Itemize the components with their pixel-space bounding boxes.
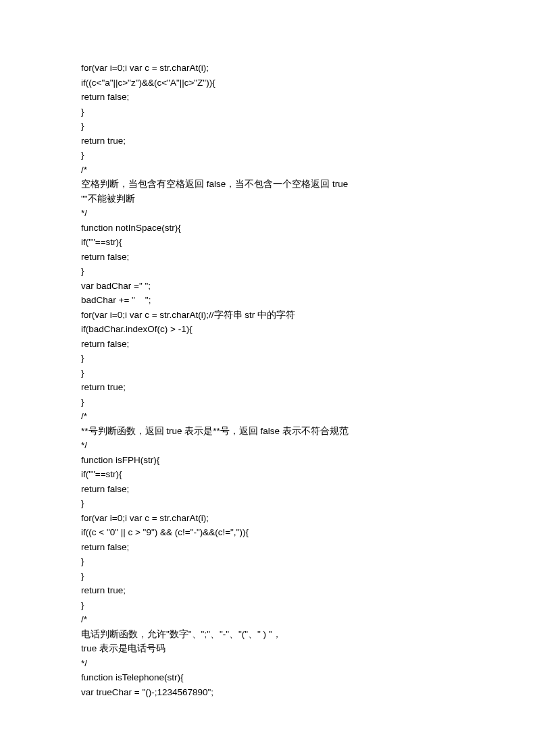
code-line: for(var i=0;i var c = str.charAt(i); — [81, 511, 454, 526]
code-line: } — [81, 351, 454, 366]
code-line: return true; — [81, 134, 454, 148]
code-line: } — [81, 148, 454, 163]
code-line: for(var i=0;i var c = str.charAt(i); — [81, 61, 454, 76]
code-line: if(""==str){ — [81, 235, 454, 250]
code-line: } — [81, 569, 454, 584]
code-line: for(var i=0;i var c = str.charAt(i);//字符… — [81, 308, 454, 323]
code-line: } — [81, 264, 454, 279]
code-line: return false; — [81, 90, 454, 105]
code-line: if((c < "0" || c > "9") && (c!="-")&&(c!… — [81, 525, 454, 540]
code-line: var badChar =" "; — [81, 279, 454, 294]
code-line: return false; — [81, 250, 454, 265]
code-line: true 表示是电话号码 — [81, 641, 454, 656]
code-line: function notInSpace(str){ — [81, 221, 454, 236]
code-line: */ — [81, 438, 454, 453]
code-line: 电话判断函数，允许"数字"、";"、"-"、"("、" ) "， — [81, 627, 454, 642]
code-line: } — [81, 598, 454, 613]
document-page: for(var i=0;i var c = str.charAt(i);if((… — [0, 0, 535, 699]
code-line: if((c<"a"||c>"z")&&(c<"A"||c>"Z")){ — [81, 76, 454, 90]
code-line: /* — [81, 163, 454, 178]
code-line: function isFPH(str){ — [81, 453, 454, 468]
code-line: */ — [81, 206, 454, 221]
code-line: /* — [81, 409, 454, 424]
code-line: } — [81, 395, 454, 410]
code-line: var trueChar = "()-;1234567890"; — [81, 685, 454, 700]
code-line: return false; — [81, 337, 454, 352]
code-line: ""不能被判断 — [81, 192, 454, 207]
code-line: } — [81, 119, 454, 134]
code-line: */ — [81, 656, 454, 671]
code-line: return false; — [81, 540, 454, 555]
code-line: return true; — [81, 380, 454, 395]
code-line: if(badChar.indexOf(c) > -1){ — [81, 322, 454, 337]
code-line: } — [81, 105, 454, 119]
code-line: } — [81, 366, 454, 381]
code-line: } — [81, 554, 454, 569]
code-line: function isTelephone(str){ — [81, 670, 454, 685]
code-line: return false; — [81, 482, 454, 497]
code-line: /* — [81, 612, 454, 627]
code-line: } — [81, 496, 454, 511]
code-line: 空格判断，当包含有空格返回 false，当不包含一个空格返回 true — [81, 177, 454, 192]
code-line: if(""==str){ — [81, 467, 454, 482]
code-line: badChar += " "; — [81, 293, 454, 308]
code-line: **号判断函数，返回 true 表示是**号，返回 false 表示不符合规范 — [81, 424, 454, 439]
code-line: return true; — [81, 583, 454, 598]
